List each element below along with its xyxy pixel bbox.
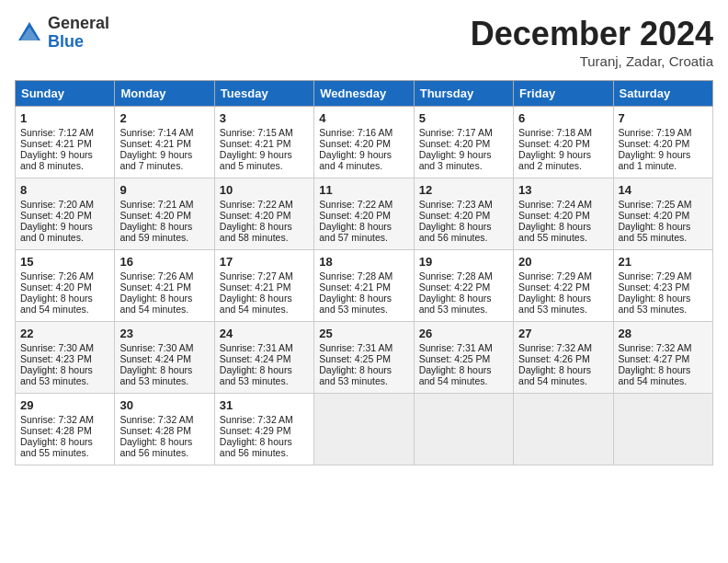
day-info-line: and 3 minutes. [419,160,508,171]
day-number: 22 [20,327,109,340]
day-info-line: Sunset: 4:23 PM [619,282,708,293]
day-info-line: Daylight: 9 hours [20,221,109,232]
day-info-line: Sunset: 4:20 PM [619,138,708,149]
day-info-line: Sunset: 4:20 PM [419,210,508,221]
day-info-line: Sunset: 4:20 PM [518,210,608,221]
day-number: 7 [619,111,708,125]
day-number: 23 [119,327,209,340]
title-block: December 2024 Turanj, Zadar, Croatia [471,15,713,69]
day-info-line: and 53 minutes. [419,304,508,315]
day-info-line: Sunrise: 7:32 AM [518,342,608,353]
calendar-header-row: SundayMondayTuesdayWednesdayThursdayFrid… [16,81,713,107]
day-info-line: and 4 minutes. [319,160,408,171]
day-info-line: Sunrise: 7:23 AM [419,199,508,210]
day-number: 29 [20,398,109,412]
calendar-cell [613,394,712,465]
day-info-line: Sunrise: 7:24 AM [518,199,608,210]
day-info-line: Daylight: 8 hours [619,293,708,304]
day-info-line: Sunrise: 7:29 AM [518,270,608,282]
calendar-cell: 20Sunrise: 7:29 AMSunset: 4:22 PMDayligh… [514,250,613,322]
day-info-line: Daylight: 8 hours [119,436,209,447]
calendar-cell: 17Sunrise: 7:27 AMSunset: 4:21 PMDayligh… [214,250,313,322]
day-info-line: Daylight: 8 hours [119,221,209,232]
day-info-line: Daylight: 8 hours [220,293,309,304]
day-info-line: and 54 minutes. [220,304,309,315]
day-info-line: Sunrise: 7:26 AM [20,270,109,282]
day-info-line: Sunset: 4:29 PM [220,425,309,436]
day-number: 27 [518,327,608,340]
day-info-line: Sunset: 4:23 PM [20,353,109,364]
calendar-table: SundayMondayTuesdayWednesdayThursdayFrid… [15,80,713,465]
day-number: 25 [319,327,408,340]
day-info-line: Sunset: 4:22 PM [518,282,608,293]
calendar-cell: 9Sunrise: 7:21 AMSunset: 4:20 PMDaylight… [115,178,214,250]
day-number: 12 [419,183,508,197]
day-info-line: Sunset: 4:21 PM [220,282,309,293]
day-info-line: Sunset: 4:25 PM [419,353,508,364]
day-info-line: Sunset: 4:21 PM [119,282,209,293]
calendar-cell [514,394,613,465]
day-info-line: Sunrise: 7:22 AM [319,199,408,210]
day-info-line: Daylight: 8 hours [619,221,708,232]
calendar-cell: 31Sunrise: 7:32 AMSunset: 4:29 PMDayligh… [214,394,313,465]
day-info-line: Sunrise: 7:32 AM [220,414,309,425]
day-info-line: Daylight: 9 hours [518,149,608,160]
calendar-cell: 27Sunrise: 7:32 AMSunset: 4:26 PMDayligh… [514,322,613,394]
day-number: 15 [20,255,109,269]
logo: General Blue [15,15,109,52]
day-info-line: and 56 minutes. [220,447,309,458]
day-info-line: Sunset: 4:20 PM [319,138,408,149]
day-info-line: Sunrise: 7:12 AM [20,127,109,138]
calendar-cell: 8Sunrise: 7:20 AMSunset: 4:20 PMDaylight… [16,178,115,250]
day-info-line: and 53 minutes. [119,375,209,386]
day-info-line: Sunset: 4:21 PM [119,138,209,149]
day-info-line: Sunrise: 7:26 AM [119,270,209,282]
day-info-line: Daylight: 8 hours [20,364,109,375]
day-number: 24 [220,327,309,340]
day-info-line: and 54 minutes. [518,375,608,386]
calendar-cell: 23Sunrise: 7:30 AMSunset: 4:24 PMDayligh… [115,322,214,394]
day-info-line: Sunset: 4:20 PM [518,138,608,149]
page-header: General Blue December 2024 Turanj, Zadar… [15,15,713,69]
day-info-line: Sunset: 4:20 PM [220,210,309,221]
day-number: 2 [119,111,209,125]
day-info-line: and 53 minutes. [319,375,408,386]
day-number: 9 [119,183,209,197]
day-number: 3 [220,111,309,125]
day-number: 1 [20,111,109,125]
day-number: 14 [619,183,708,197]
day-info-line: Daylight: 8 hours [518,293,608,304]
calendar-cell: 3Sunrise: 7:15 AMSunset: 4:21 PMDaylight… [214,107,313,178]
day-number: 4 [319,111,408,125]
day-info-line: and 54 minutes. [419,375,508,386]
day-info-line: Sunset: 4:21 PM [319,282,408,293]
calendar-cell: 21Sunrise: 7:29 AMSunset: 4:23 PMDayligh… [613,250,712,322]
day-info-line: Sunrise: 7:30 AM [119,342,209,353]
day-info-line: and 57 minutes. [319,232,408,243]
day-number: 30 [119,398,209,412]
day-number: 19 [419,255,508,269]
day-info-line: and 53 minutes. [319,304,408,315]
calendar-cell: 15Sunrise: 7:26 AMSunset: 4:20 PMDayligh… [16,250,115,322]
day-info-line: and 53 minutes. [20,375,109,386]
day-number: 10 [220,183,309,197]
calendar-cell: 24Sunrise: 7:31 AMSunset: 4:24 PMDayligh… [214,322,313,394]
day-info-line: Sunset: 4:28 PM [119,425,209,436]
day-info-line: Sunset: 4:25 PM [319,353,408,364]
column-header-saturday: Saturday [613,81,712,107]
day-info-line: Sunrise: 7:20 AM [20,199,109,210]
calendar-week-row: 8Sunrise: 7:20 AMSunset: 4:20 PMDaylight… [16,178,713,250]
day-info-line: and 55 minutes. [518,232,608,243]
day-info-line: Daylight: 8 hours [518,221,608,232]
day-info-line: Sunset: 4:20 PM [319,210,408,221]
day-info-line: Sunset: 4:20 PM [419,138,508,149]
location-subtitle: Turanj, Zadar, Croatia [471,53,713,69]
day-info-line: and 59 minutes. [119,232,209,243]
calendar-cell: 4Sunrise: 7:16 AMSunset: 4:20 PMDaylight… [314,107,414,178]
day-info-line: Daylight: 8 hours [119,364,209,375]
day-info-line: and 2 minutes. [518,160,608,171]
calendar-cell: 25Sunrise: 7:31 AMSunset: 4:25 PMDayligh… [314,322,414,394]
day-info-line: Sunset: 4:20 PM [619,210,708,221]
day-info-line: Sunrise: 7:18 AM [518,127,608,138]
day-info-line: Sunrise: 7:28 AM [319,270,408,282]
